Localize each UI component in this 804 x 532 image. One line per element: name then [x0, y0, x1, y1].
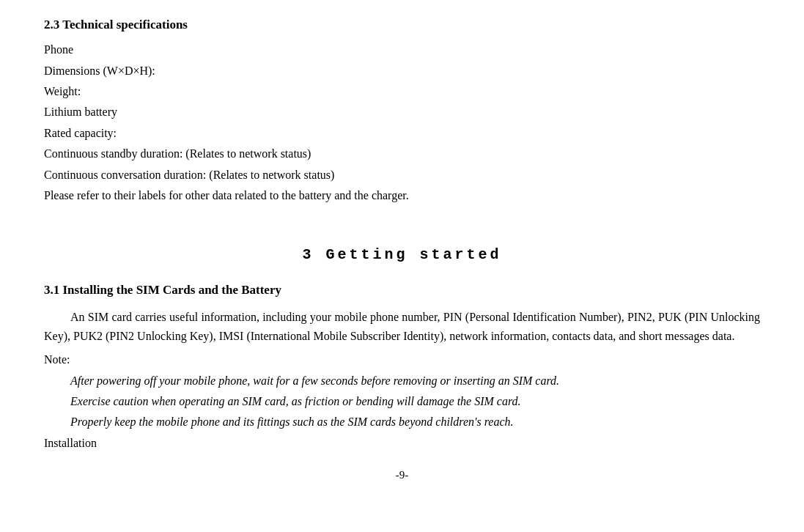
conversation-duration-line: Continuous conversation duration: (Relat… — [44, 166, 760, 185]
note-label: Note: — [44, 350, 760, 369]
italic-note-1: After powering off your mobile phone, wa… — [70, 372, 760, 391]
lithium-battery-line: Lithium battery — [44, 103, 760, 122]
chapter-3-heading: 3 Getting started — [44, 243, 760, 267]
spacer-1 — [44, 207, 760, 229]
standby-duration-line: Continuous standby duration: (Relates to… — [44, 144, 760, 163]
weight-line: Weight: — [44, 82, 760, 101]
section-31: 3.1 Installing the SIM Cards and the Bat… — [44, 280, 760, 453]
section-23-heading: 2.3 Technical specifications — [44, 15, 760, 34]
italic-note-2: Exercise caution when operating an SIM c… — [70, 392, 760, 411]
dimensions-line: Dimensions (W×D×H): — [44, 62, 760, 81]
refer-labels-line: Please refer to their labels for other d… — [44, 186, 760, 205]
page-number: -9- — [44, 466, 760, 484]
italic-note-3: Properly keep the mobile phone and its f… — [70, 413, 760, 432]
section-31-heading: 3.1 Installing the SIM Cards and the Bat… — [44, 280, 760, 300]
rated-capacity-line: Rated capacity: — [44, 124, 760, 143]
installation-label: Installation — [44, 434, 760, 453]
phone-line: Phone — [44, 40, 760, 59]
section-31-paragraph1: An SIM card carries useful information, … — [44, 308, 760, 347]
section-23: 2.3 Technical specifications Phone Dimen… — [44, 15, 760, 205]
